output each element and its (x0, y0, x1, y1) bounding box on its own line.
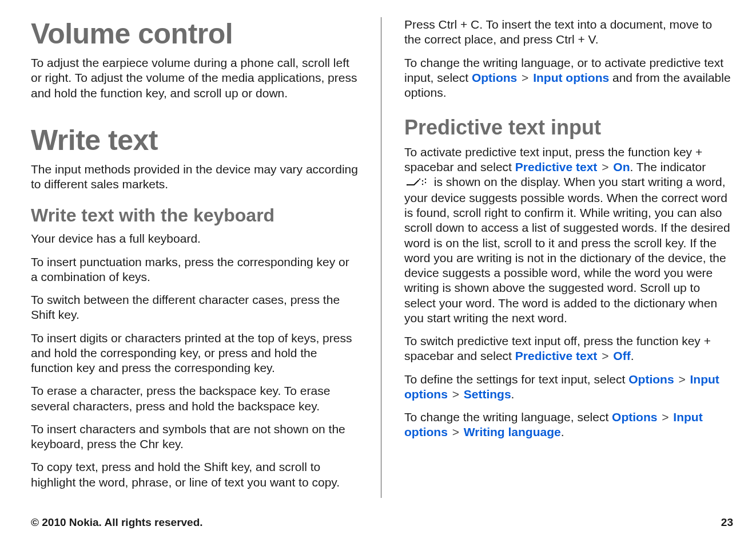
para-settings: To define the settings for text input, s… (404, 372, 731, 402)
option-writing-language: Writing language (464, 425, 561, 438)
para-writing-language: To change the writing language, select O… (404, 410, 731, 440)
svg-point-3 (425, 181, 426, 183)
predictive-indicator-icon (406, 176, 429, 191)
option-off: Off (613, 349, 630, 362)
para-kb-3: To switch between the different characte… (31, 292, 358, 323)
footer-copyright: © 2010 Nokia. All rights reserved. (31, 516, 203, 529)
para-predictive-off: To switch predictive text input off, pre… (404, 334, 731, 364)
left-column: Volume control To adjust the earpiece vo… (31, 17, 358, 498)
text-run: is shown on the display. When you start … (404, 175, 730, 325)
para-write-intro: The input methods provided in the device… (31, 162, 358, 192)
option-predictive-text: Predictive text (515, 160, 598, 173)
heading-write-text: Write text (31, 125, 358, 156)
breadcrumb-separator: > (598, 160, 612, 173)
text-run: To define the settings for text input, s… (404, 373, 628, 386)
breadcrumb-separator: > (675, 373, 689, 386)
option-options: Options (612, 410, 657, 424)
option-options: Options (628, 373, 674, 386)
footer-page-number: 23 (721, 516, 733, 529)
option-input-options: Input options (533, 71, 609, 84)
text-run: . The indicator (630, 160, 706, 173)
para-kb-2: To insert punctuation marks, press the c… (31, 255, 358, 285)
para-kb-5: To erase a character, press the backspac… (31, 383, 358, 414)
svg-point-1 (419, 178, 420, 179)
breadcrumb-separator: > (658, 410, 672, 424)
para-copy-paste: Press Ctrl + C. To insert the text into … (404, 17, 731, 48)
para-kb-4: To insert digits or characters printed a… (31, 331, 358, 376)
heading-volume-control: Volume control (31, 18, 358, 50)
page: Volume control To adjust the earpiece vo… (0, 0, 756, 546)
text-run: To change the writing language, select (404, 410, 612, 424)
para-kb-1: Your device has a full keyboard. (31, 231, 358, 246)
svg-point-5 (425, 178, 426, 179)
option-settings: Settings (464, 387, 511, 401)
text-run: . (631, 349, 634, 362)
para-kb-6: To insert characters and symbols that ar… (31, 422, 358, 452)
para-volume: To adjust the earpiece volume during a p… (31, 56, 358, 101)
svg-point-2 (422, 180, 423, 181)
para-predictive-on: To activate predictive text input, press… (404, 145, 731, 326)
breadcrumb-separator: > (449, 387, 463, 401)
breadcrumb-separator: > (598, 349, 612, 362)
heading-predictive-text: Predictive text input (404, 116, 731, 139)
option-on: On (613, 160, 630, 173)
text-run: . (511, 387, 515, 401)
text-run: . (561, 425, 564, 438)
breadcrumb-separator: > (518, 71, 532, 84)
svg-point-0 (407, 184, 408, 185)
heading-keyboard: Write text with the keyboard (31, 205, 358, 225)
svg-point-4 (422, 183, 423, 184)
option-options: Options (472, 71, 517, 84)
right-column: Press Ctrl + C. To insert the text into … (404, 17, 731, 498)
option-predictive-text: Predictive text (515, 349, 598, 362)
footer: © 2010 Nokia. All rights reserved. 23 (31, 516, 733, 529)
para-input-options: To change the writing language, or to ac… (404, 56, 731, 101)
columns: Volume control To adjust the earpiece vo… (31, 17, 733, 498)
para-kb-7: To copy text, press and hold the Shift k… (31, 460, 358, 490)
breadcrumb-separator: > (449, 425, 463, 438)
column-divider (381, 17, 381, 498)
